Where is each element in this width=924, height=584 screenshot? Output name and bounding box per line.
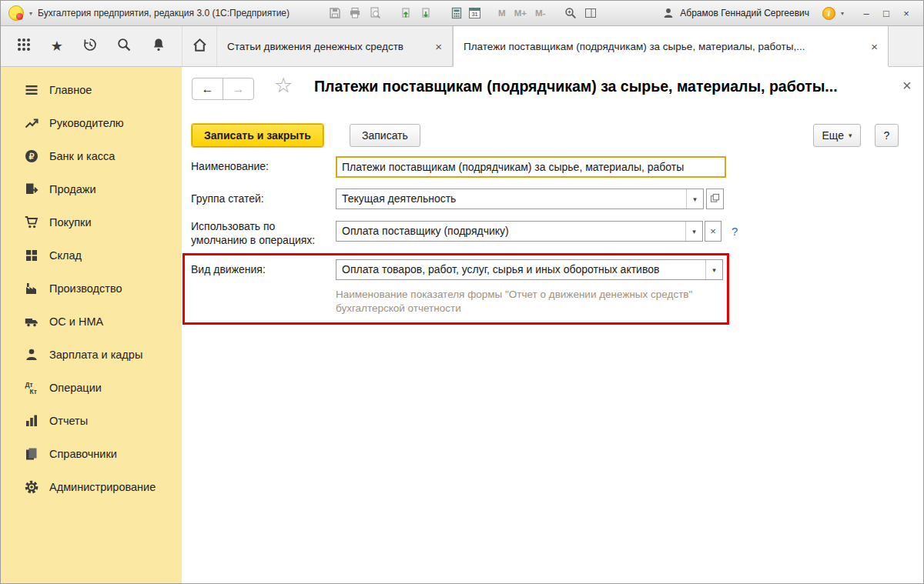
memory-minus-button[interactable]: M- — [534, 8, 547, 18]
sidebar-item-label: Производство — [49, 282, 122, 295]
sidebar-item-bank-cash[interactable]: ₽ Банк и касса — [1, 139, 182, 172]
movement-kind-dropdown-icon[interactable]: ▾ — [705, 260, 722, 279]
movement-kind-value: Оплата товаров, работ, услуг, сырья и ин… — [336, 260, 705, 279]
truck-icon — [24, 314, 39, 329]
group-open-button[interactable] — [706, 189, 724, 209]
sidebar-item-production[interactable]: Производство — [1, 272, 182, 305]
warehouse-boxes-icon — [24, 248, 39, 263]
info-icon[interactable]: i — [822, 7, 835, 20]
default-operation-field-row: Использовать по умолчанию в операциях: О… — [182, 221, 923, 242]
back-button[interactable]: ← — [192, 78, 223, 99]
tab-label: Платежи поставщикам (подрядчикам) за сыр… — [464, 41, 805, 52]
svg-text:₽: ₽ — [29, 151, 35, 160]
memory-plus-button[interactable]: M+ — [513, 8, 528, 18]
download-file-icon[interactable] — [418, 6, 433, 21]
more-button[interactable]: Еще ▾ — [813, 124, 861, 147]
sidebar-item-main[interactable]: Главное — [1, 73, 182, 106]
navigation-buttons: ← → — [192, 78, 254, 100]
help-button[interactable]: ? — [875, 124, 899, 147]
apps-menu-icon[interactable] — [16, 37, 32, 55]
sidebar-item-payroll[interactable]: Зарплата и кадры — [1, 338, 182, 371]
close-form-button[interactable]: × — [902, 77, 912, 95]
history-icon[interactable] — [82, 37, 98, 55]
sidebar-item-purchases[interactable]: Покупки — [1, 205, 182, 239]
favorite-star-icon[interactable]: ☆ — [274, 73, 293, 98]
default-operation-clear-button[interactable]: × — [705, 221, 721, 242]
file-toolbar — [327, 6, 382, 21]
panel-icons: ★ — [1, 26, 182, 66]
movement-kind-hint: Наименование показателя формы "Отчет о д… — [336, 288, 699, 315]
tabbar: ★ Статьи движения денежных средств × Пла… — [1, 26, 923, 67]
calendar-icon[interactable]: 31 — [469, 8, 480, 18]
forward-button[interactable]: → — [223, 78, 253, 99]
sidebar: Главное Руководителю ₽ Банк и касса Прод… — [1, 67, 182, 583]
notifications-bell-icon[interactable] — [151, 37, 166, 55]
favorites-star-icon[interactable]: ★ — [51, 38, 63, 54]
main-menu-dropdown-icon[interactable]: ▾ — [29, 10, 32, 17]
info-dropdown-icon[interactable]: ▾ — [841, 10, 844, 17]
print-preview-icon[interactable] — [367, 6, 382, 21]
memory-recall-button[interactable]: M — [497, 8, 507, 18]
home-button[interactable] — [182, 26, 217, 66]
search-icon[interactable] — [116, 37, 132, 55]
home-icon — [192, 37, 208, 56]
save-button[interactable]: Записать — [350, 124, 420, 147]
sidebar-item-label: Руководителю — [49, 117, 124, 129]
sidebar-item-label: Администрирование — [49, 481, 156, 493]
tab-close-icon[interactable]: × — [435, 40, 442, 53]
name-field-row: Наименование: — [182, 156, 923, 178]
sidebar-item-manager[interactable]: Руководителю — [1, 106, 182, 139]
calculator-icon[interactable] — [449, 6, 464, 21]
trend-chart-icon — [24, 115, 39, 131]
user-name[interactable]: Абрамов Геннадий Сергеевич — [680, 8, 809, 18]
group-dropdown-icon[interactable]: ▾ — [686, 189, 703, 209]
person-icon — [24, 347, 39, 362]
minimize-button[interactable]: – — [857, 5, 875, 22]
sidebar-item-sales[interactable]: Продажи — [1, 172, 182, 205]
tab-cash-flow-items[interactable]: Статьи движения денежных средств × — [217, 26, 453, 66]
window-layout-icon[interactable] — [583, 6, 598, 21]
tools-toolbar: 31 — [449, 6, 480, 21]
close-window-button[interactable]: × — [897, 5, 916, 22]
body: Главное Руководителю ₽ Банк и касса Прод… — [1, 67, 923, 583]
sidebar-item-label: Операции — [49, 382, 102, 394]
app-logo-icon[interactable] — [8, 5, 24, 21]
tab-supplier-payments[interactable]: Платежи поставщикам (подрядчикам) за сыр… — [453, 26, 889, 67]
movement-kind-select[interactable]: Оплата товаров, работ, услуг, сырья и ин… — [336, 259, 723, 280]
save-icon[interactable] — [327, 6, 342, 21]
upload-file-icon[interactable] — [398, 6, 413, 21]
sidebar-item-label: ОС и НМА — [49, 315, 103, 328]
calendar-day: 31 — [471, 11, 477, 18]
sidebar-item-reports[interactable]: Отчеты — [1, 404, 182, 437]
print-icon[interactable] — [347, 6, 362, 21]
sidebar-item-label: Справочники — [49, 448, 117, 460]
maximize-button[interactable]: □ — [877, 5, 896, 22]
debit-credit-icon: ДтКт — [24, 380, 39, 395]
tab-close-icon[interactable]: × — [871, 40, 878, 53]
window-title: Бухгалтерия предприятия, редакция 3.0 (1… — [38, 8, 290, 18]
zoom-icon[interactable] — [563, 6, 578, 21]
tab-label: Статьи движения денежных средств — [227, 41, 403, 52]
app-window: ▾ Бухгалтерия предприятия, редакция 3.0 … — [0, 0, 924, 584]
menu-icon — [24, 82, 39, 98]
save-close-button[interactable]: Записать и закрыть — [192, 124, 323, 147]
sidebar-item-operations[interactable]: ДтКт Операции — [1, 371, 182, 404]
default-operation-dropdown-icon[interactable]: ▾ — [685, 222, 702, 241]
name-input[interactable] — [336, 156, 726, 178]
default-operation-select[interactable]: Оплата поставщику (подрядчику) ▾ — [336, 221, 703, 242]
books-icon — [24, 446, 39, 462]
sidebar-item-label: Продажи — [49, 183, 96, 195]
group-field-row: Группа статей: Текущая деятельность ▾ — [182, 189, 923, 210]
user-icon — [661, 6, 675, 21]
sidebar-item-fixed-assets[interactable]: ОС и НМА — [1, 305, 182, 338]
default-operation-value: Оплата поставщику (подрядчику) — [336, 222, 685, 241]
sidebar-item-administration[interactable]: Администрирование — [1, 470, 182, 503]
movement-kind-field-row: Вид движения: Оплата товаров, работ, усл… — [182, 259, 923, 281]
exchange-toolbar — [398, 6, 433, 21]
sidebar-item-directories[interactable]: Справочники — [1, 437, 182, 470]
movement-kind-label: Вид движения: — [191, 259, 266, 280]
group-select[interactable]: Текущая деятельность ▾ — [336, 189, 704, 209]
sidebar-item-warehouse[interactable]: Склад — [1, 239, 182, 272]
cart-icon — [24, 215, 39, 230]
default-operation-help-link[interactable]: ? — [732, 221, 738, 242]
